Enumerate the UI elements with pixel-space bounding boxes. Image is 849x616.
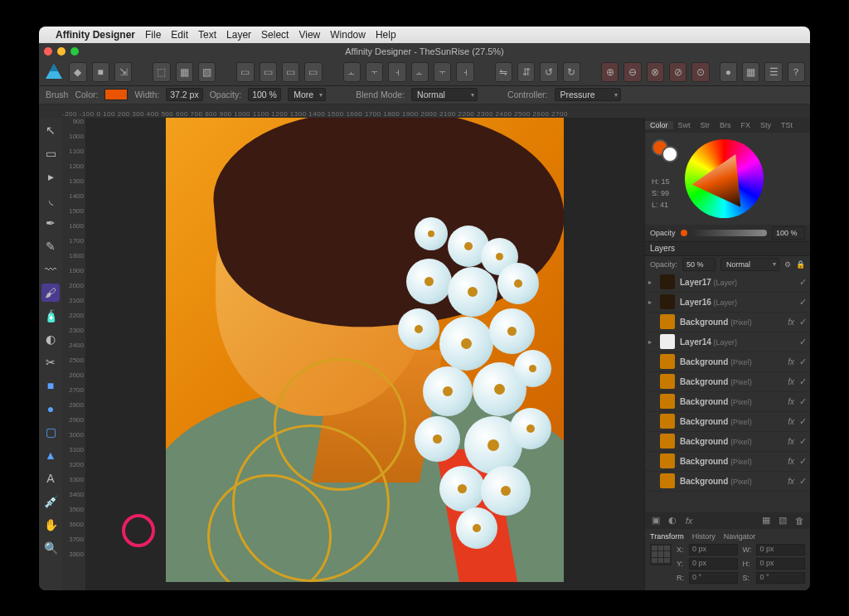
layer-row[interactable]: Background (Pixel)fx✓ xyxy=(645,352,810,372)
move-pixel-button[interactable]: ▧ xyxy=(198,62,216,82)
menu-help[interactable]: Help xyxy=(376,29,396,41)
persona-designer-button[interactable]: ◆ xyxy=(69,62,86,82)
layer-visibility-toggle[interactable]: ✓ xyxy=(799,337,807,347)
window-close-button[interactable] xyxy=(44,47,52,56)
triangle-tool[interactable]: ▲ xyxy=(41,446,60,464)
menu-text[interactable]: Text xyxy=(198,29,216,41)
force-pixel-button[interactable]: ▦ xyxy=(176,62,193,82)
tab-history[interactable]: History xyxy=(692,532,716,541)
transform-y-input[interactable]: 0 px xyxy=(689,558,738,570)
brush-more-dropdown[interactable]: More xyxy=(288,88,326,101)
rotate-ccw-button[interactable]: ↺ xyxy=(540,62,557,82)
layer-row[interactable]: Background (Pixel)fx✓ xyxy=(645,472,810,492)
align-bottom-button[interactable]: ⫞ xyxy=(456,62,473,82)
color-triangle[interactable] xyxy=(688,143,759,214)
align-left-button[interactable]: ⫠ xyxy=(343,62,361,82)
add-button[interactable]: ⊕ xyxy=(601,62,619,82)
layer-row[interactable]: Background (Pixel)fx✓ xyxy=(645,412,810,432)
delete-layer-button[interactable]: 🗑 xyxy=(793,515,805,526)
menu-file[interactable]: File xyxy=(145,29,161,41)
subtract-button[interactable]: ⊖ xyxy=(623,62,641,82)
adjustment-layer-button[interactable]: ◐ xyxy=(667,515,678,526)
node-tool[interactable]: ▸ xyxy=(41,167,60,186)
disclosure-arrow-icon[interactable]: ▸ xyxy=(648,338,655,346)
tab-stroke[interactable]: Str xyxy=(696,121,716,129)
transform-anchor-grid[interactable] xyxy=(650,544,672,565)
pencil-tool[interactable]: ✎ xyxy=(41,237,60,255)
layer-visibility-toggle[interactable]: ✓ xyxy=(799,396,807,407)
add-pixel-layer-button[interactable]: ▧ xyxy=(777,515,788,526)
paint-brush-tool[interactable]: 🖌 xyxy=(41,284,60,302)
ellipse-tool[interactable]: ● xyxy=(41,400,60,418)
layer-row[interactable]: Background (Pixel)fx✓ xyxy=(645,392,810,412)
layer-visibility-toggle[interactable]: ✓ xyxy=(799,476,807,487)
layer-fx-indicator-icon[interactable]: fx xyxy=(788,377,794,386)
combine-button[interactable]: ⊙ xyxy=(691,62,709,82)
menu-edit[interactable]: Edit xyxy=(171,29,188,41)
layer-visibility-toggle[interactable]: ✓ xyxy=(799,297,807,308)
color-opacity-slider[interactable] xyxy=(692,230,767,236)
arrange-back-button[interactable]: ▭ xyxy=(236,62,254,82)
arrange-backward-button[interactable]: ▭ xyxy=(260,62,277,82)
stroke-width-input[interactable]: 37.2 px xyxy=(166,88,202,101)
intersect-button[interactable]: ⊗ xyxy=(647,62,664,82)
layer-visibility-toggle[interactable]: ✓ xyxy=(799,317,807,327)
account-button[interactable]: ☰ xyxy=(764,62,782,82)
transform-x-input[interactable]: 0 px xyxy=(689,544,738,555)
layer-row[interactable]: Background (Pixel)fx✓ xyxy=(645,313,810,332)
vector-brush-tool[interactable]: 〰 xyxy=(41,260,60,279)
layer-fx-indicator-icon[interactable]: fx xyxy=(788,318,794,327)
tab-text-styles[interactable]: TSt xyxy=(776,121,798,129)
layer-visibility-toggle[interactable]: ✓ xyxy=(799,456,807,467)
stroke-opacity-input[interactable]: 100 % xyxy=(248,88,281,101)
move-tool[interactable]: ↖ xyxy=(41,121,60,139)
layer-blend-dropdown[interactable]: Normal xyxy=(720,258,779,271)
artistic-text-tool[interactable]: A xyxy=(41,469,60,487)
transparency-tool[interactable]: ◐ xyxy=(41,330,60,348)
arrange-forward-button[interactable]: ▭ xyxy=(282,62,299,82)
secondary-color-swatch[interactable] xyxy=(662,146,678,162)
tab-swatches[interactable]: Swt xyxy=(673,121,696,129)
flip-vertical-button[interactable]: ⇵ xyxy=(517,62,535,82)
canvas-viewport[interactable] xyxy=(85,118,644,590)
color-picker-tool[interactable]: 💉 xyxy=(41,492,60,511)
layer-opacity-input[interactable]: 50 % xyxy=(682,258,716,271)
crop-tool[interactable]: ✂ xyxy=(41,353,60,371)
mask-layer-button[interactable]: ▣ xyxy=(650,515,662,526)
layer-visibility-toggle[interactable]: ✓ xyxy=(799,376,807,387)
artboard-tool[interactable]: ▭ xyxy=(41,144,60,162)
artboard[interactable] xyxy=(166,118,564,582)
menu-layer[interactable]: Layer xyxy=(226,29,251,41)
help-button[interactable]: ？ xyxy=(788,62,805,82)
menu-window[interactable]: Window xyxy=(330,29,366,41)
corner-tool[interactable]: ◟ xyxy=(41,191,60,209)
layer-row[interactable]: Background (Pixel)fx✓ xyxy=(645,432,810,452)
persona-pixel-button[interactable]: ■ xyxy=(92,62,109,82)
disclosure-arrow-icon[interactable]: ▸ xyxy=(648,279,655,286)
layer-row[interactable]: ▸Layer17 (Layer)✓ xyxy=(645,273,810,293)
align-right-button[interactable]: ⫞ xyxy=(388,62,405,82)
layers-list[interactable]: ▸Layer17 (Layer)✓▸Layer16 (Layer)✓Backgr… xyxy=(645,273,810,512)
menu-view[interactable]: View xyxy=(298,29,320,41)
layer-fx-indicator-icon[interactable]: fx xyxy=(788,457,794,466)
layer-fx-indicator-icon[interactable]: fx xyxy=(788,357,794,366)
app-name-menu[interactable]: Affinity Designer xyxy=(56,29,135,41)
transform-s-input[interactable]: 0 ° xyxy=(756,572,805,584)
disclosure-arrow-icon[interactable]: ▸ xyxy=(648,298,655,306)
layer-lock-icon[interactable]: 🔒 xyxy=(796,260,805,269)
align-top-button[interactable]: ⫠ xyxy=(411,62,429,82)
window-minimize-button[interactable] xyxy=(57,47,65,56)
layer-row[interactable]: ▸Layer16 (Layer)✓ xyxy=(645,293,810,313)
tab-styles[interactable]: Sty xyxy=(755,121,776,129)
arrange-front-button[interactable]: ▭ xyxy=(304,62,322,82)
rectangle-tool[interactable]: ■ xyxy=(41,376,60,395)
transform-r-input[interactable]: 0 ° xyxy=(689,572,738,584)
layer-visibility-toggle[interactable]: ✓ xyxy=(799,436,807,447)
layer-fx-indicator-icon[interactable]: fx xyxy=(788,477,794,486)
layer-visibility-toggle[interactable]: ✓ xyxy=(799,416,807,427)
layer-row[interactable]: ▸Layer14 (Layer)✓ xyxy=(645,332,810,352)
layer-visibility-toggle[interactable]: ✓ xyxy=(799,277,807,288)
layer-settings-icon[interactable]: ⚙ xyxy=(784,260,791,269)
stroke-color-swatch[interactable] xyxy=(104,89,128,100)
tab-effects[interactable]: FX xyxy=(736,121,756,129)
